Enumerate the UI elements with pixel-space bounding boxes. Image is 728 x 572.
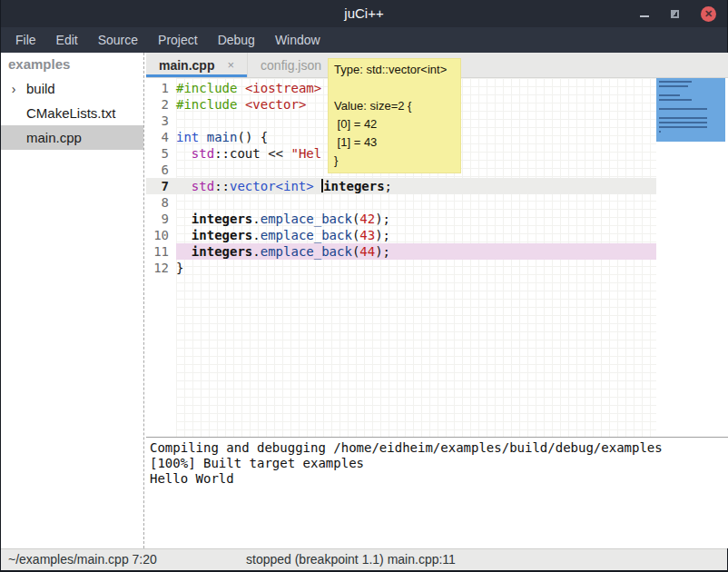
- tooltip-text-line: Value: size=2 {: [334, 97, 457, 115]
- code-token: [176, 244, 192, 259]
- code-token: 43: [359, 228, 375, 242]
- code-token: std: [192, 179, 214, 193]
- code-token: emplace_back: [261, 212, 352, 226]
- minimap-code-line: [659, 81, 692, 83]
- sidebar-item-cmakelists-txt[interactable]: CMakeLists.txt: [1, 101, 143, 125]
- code-token: );: [375, 212, 390, 226]
- code-line-text: integers.emplace_back(42);: [176, 211, 656, 227]
- minimap-code-line: [659, 122, 707, 123]
- code-token: .: [252, 244, 260, 259]
- code-token: 44: [359, 244, 375, 259]
- menu-item-window[interactable]: Window: [268, 29, 328, 51]
- code-token: emplace_back: [261, 244, 352, 259]
- menu-item-debug[interactable]: Debug: [211, 29, 262, 51]
- code-token: #include: [176, 97, 237, 112]
- code-token: [176, 228, 192, 242]
- tooltip-text-line: }: [334, 152, 457, 170]
- code-token: int: [176, 130, 199, 144]
- code-row-12[interactable]: 12}: [146, 260, 656, 276]
- code-row-11[interactable]: 11 integers.emplace_back(44);: [146, 243, 656, 260]
- line-number: 3: [146, 113, 176, 129]
- line-number: 5: [146, 145, 176, 162]
- status-debug-state: stopped (breakpoint 1.1) main.cpp:11: [246, 552, 456, 567]
- code-line-text: std::vector<int> integers;: [176, 178, 656, 194]
- minimap[interactable]: [656, 78, 725, 437]
- line-number: 11: [146, 243, 176, 260]
- code-token: ::cout <<: [214, 146, 290, 161]
- tooltip-text-line: [0] = 42: [334, 115, 457, 133]
- line-number: 4: [146, 129, 176, 145]
- menu-item-edit[interactable]: Edit: [49, 29, 85, 51]
- minimap-code-line: [659, 108, 707, 110]
- minimap-code-line: [659, 94, 680, 96]
- code-token: integers: [192, 244, 252, 259]
- line-number: 1: [146, 80, 176, 96]
- code-token: .: [252, 228, 260, 242]
- code-token: emplace_back: [261, 228, 352, 242]
- minimap-code-line: [659, 85, 688, 87]
- line-number: 9: [146, 211, 176, 227]
- terminal-output-line: Hello World: [150, 471, 725, 487]
- code-token: [237, 97, 244, 112]
- code-row-10[interactable]: 10 integers.emplace_back(43);: [146, 227, 656, 243]
- code-token: integers: [192, 212, 252, 226]
- menu-item-source[interactable]: Source: [91, 29, 145, 51]
- sidebar-item-main-cpp[interactable]: main.cpp: [1, 125, 143, 150]
- code-token: #include: [176, 81, 237, 95]
- tab-config-json[interactable]: config.json: [248, 53, 334, 77]
- code-token: [199, 130, 206, 144]
- tab-label: config.json: [261, 58, 321, 73]
- file-name: CMakeLists.txt: [26, 105, 115, 121]
- title-bar: juCi++ ✕: [1, 0, 727, 27]
- code-token: main: [207, 130, 238, 144]
- minimap-viewport[interactable]: [656, 78, 725, 142]
- code-token: () {: [237, 130, 268, 144]
- code-token: "Hel: [290, 146, 321, 161]
- line-number: 2: [146, 96, 176, 113]
- tab-close-icon[interactable]: ×: [227, 58, 234, 72]
- app-window: juCi++ ✕ FileEditSourceProjectDebugWindo…: [0, 0, 728, 572]
- code-token: <iostream>: [245, 81, 321, 95]
- code-token: integers: [323, 179, 384, 193]
- code-row-7[interactable]: 7 std::vector<int> integers;: [146, 178, 656, 194]
- menu-item-file[interactable]: File: [8, 29, 44, 51]
- minimap-code-line: [659, 131, 661, 133]
- code-token: [176, 146, 192, 161]
- tooltip-text-line: Type: std::vector<int>: [334, 61, 457, 79]
- code-token: .: [252, 212, 260, 226]
- code-token: 42: [359, 212, 375, 226]
- code-token: integers: [192, 228, 252, 242]
- code-token: [237, 81, 244, 95]
- tab-main-cpp[interactable]: main.cpp×: [146, 53, 248, 77]
- code-token: ::: [214, 179, 230, 193]
- code-token: <vector>: [245, 97, 306, 112]
- line-number: 8: [146, 194, 176, 211]
- code-row-9[interactable]: 9 integers.emplace_back(42);: [146, 211, 656, 227]
- code-token: [314, 179, 321, 193]
- minimap-code-line: [659, 126, 707, 128]
- tab-label: main.cpp: [159, 58, 214, 73]
- menu-item-project[interactable]: Project: [151, 29, 205, 51]
- close-icon[interactable]: ✕: [701, 6, 716, 22]
- build-output-panel[interactable]: Compiling and debugging /home/eidheim/ex…: [146, 438, 728, 548]
- minimize-icon[interactable]: [640, 15, 649, 17]
- terminal-output-line: Compiling and debugging /home/eidheim/ex…: [150, 440, 725, 456]
- status-file-position: ~/examples/main.cpp 7:20: [8, 552, 157, 567]
- code-token: );: [375, 228, 390, 242]
- code-token: std: [192, 146, 214, 161]
- restore-icon[interactable]: [671, 10, 679, 18]
- file-tree: ›buildCMakeLists.txtmain.cpp: [1, 76, 143, 150]
- sidebar-item-build[interactable]: ›build: [1, 76, 143, 101]
- project-name-header: examples: [1, 53, 143, 76]
- chevron-right-icon[interactable]: ›: [6, 82, 21, 96]
- code-row-8[interactable]: 8: [146, 194, 656, 211]
- code-token: [176, 179, 192, 193]
- terminal-output-line: [100%] Built target examples: [150, 456, 725, 471]
- line-number: 10: [146, 227, 176, 243]
- minimap-code-line: [659, 99, 692, 101]
- file-name: main.cpp: [26, 130, 82, 145]
- file-tree-sidebar: examples ›buildCMakeLists.txtmain.cpp: [1, 53, 144, 548]
- code-token: [176, 212, 192, 226]
- file-name: build: [26, 81, 55, 96]
- code-line-text: integers.emplace_back(43);: [176, 227, 656, 243]
